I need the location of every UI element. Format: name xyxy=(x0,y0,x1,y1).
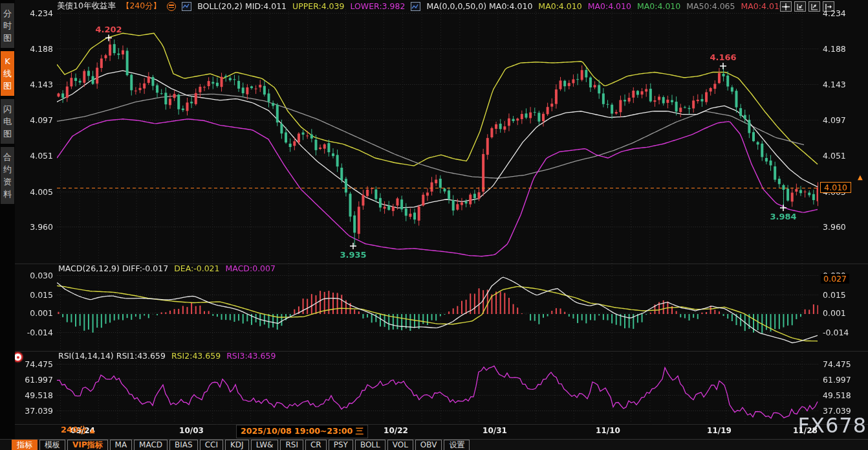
y-axis-label: 49.518 xyxy=(16,390,53,400)
y-axis-label: 4.051 xyxy=(16,151,53,161)
trading-chart-app: 分时图K线图闪电图合约资料 美债10年收益率 【240分】 BOLL(20,2)… xyxy=(0,0,868,450)
macd-params: MACD(26,12,9) DIFF:-0.017 xyxy=(58,264,168,273)
y-axis-label: 49.518 xyxy=(823,390,865,400)
y-axis-label: 0.001 xyxy=(823,308,865,318)
boll-values: BOLL(20,2) MID:4.011 xyxy=(197,1,287,11)
sidebar-tab-flash-chart[interactable]: 闪电图 xyxy=(1,99,14,144)
y-axis-label: 3.960 xyxy=(823,222,865,232)
price-annotation: 4.166 xyxy=(710,52,736,62)
toolbar-button-VOL[interactable]: VOL xyxy=(387,440,413,450)
y-axis-label: 74.475 xyxy=(16,359,53,369)
x-axis-label: 10/31 xyxy=(483,426,507,435)
scale-left-tool-icon[interactable] xyxy=(794,1,806,12)
ma-value-green: MA0:4.010 xyxy=(637,1,680,11)
sidebar-tab-kline-chart[interactable]: K线图 xyxy=(1,51,14,96)
rsi1-value: RSI(14,14,14) RSI1:43.659 xyxy=(58,351,166,360)
price-annotation: 3.935 xyxy=(340,250,366,260)
toolbar-button-VIP指标[interactable]: VIP指标 xyxy=(67,440,108,450)
toolbar-button-KDJ[interactable]: KDJ xyxy=(225,440,249,450)
toolbar-button-MA[interactable]: MA xyxy=(110,440,133,450)
chart-canvas[interactable] xyxy=(0,0,868,450)
x-axis-label: 11/19 xyxy=(707,426,732,435)
y-axis-label: 0.015 xyxy=(823,290,865,300)
crosshair-date-label: 2025/10/08 19:00~23:00 三 xyxy=(236,425,368,438)
y-axis-label: 61.997 xyxy=(16,375,53,385)
toolbar-button-CCI[interactable]: CCI xyxy=(200,440,223,450)
titlebar: 美债10年收益率 【240分】 BOLL(20,2) MID:4.011 UPP… xyxy=(57,1,785,11)
sidebar-tab-time-chart[interactable]: 分时图 xyxy=(1,3,14,48)
macd-dea-value: DEA:-0.021 xyxy=(174,264,219,273)
ma-values: MA(0,0,0,50,0) MA0:4.010 xyxy=(426,1,532,11)
ma-value-magenta: MA0:4.010 xyxy=(588,1,631,11)
scale-right-tool-icon[interactable] xyxy=(808,1,820,12)
boll-lower-value: LOWER:3.982 xyxy=(350,1,405,11)
ma50-value: MA50:4.065 xyxy=(686,1,735,11)
toolbar-button-MACD[interactable]: MACD xyxy=(134,440,168,450)
x-axis-label: 11/28 xyxy=(793,426,818,435)
y-axis-label: 4.188 xyxy=(16,44,53,54)
toolbar-button-模板[interactable]: 模板 xyxy=(39,440,65,450)
toolbar-button-指标[interactable]: 指标 xyxy=(12,440,38,450)
period-menu-icon[interactable] xyxy=(167,2,176,11)
crosshair-tool-icon[interactable] xyxy=(780,1,792,12)
y-axis-label: 4.051 xyxy=(823,151,865,161)
y-axis-label: 0.030 xyxy=(16,271,53,280)
y-axis-label: 4.143 xyxy=(823,80,865,89)
boll-upper-value: UPPER:4.039 xyxy=(292,1,344,11)
toolbar-button-设置[interactable]: 设置 xyxy=(444,440,470,450)
price-annotation: 3.984 xyxy=(770,212,796,221)
y-axis-label: 4.097 xyxy=(16,115,53,125)
period-label[interactable]: 【240分】 xyxy=(122,1,161,12)
last-price-badge: 4.010 xyxy=(820,182,851,193)
y-axis-label: 37.039 xyxy=(16,406,53,416)
y-axis-label: -0.014 xyxy=(823,328,865,337)
y-axis-label: 37.039 xyxy=(823,406,865,416)
x-axis-label: 10/03 xyxy=(179,426,204,435)
macd-panel-header: MACD(26,12,9) DIFF:-0.017 DEA:-0.021 MAC… xyxy=(58,264,276,273)
y-axis-label: 74.475 xyxy=(823,359,865,369)
y-axis-label: 4.188 xyxy=(823,44,865,54)
symbol-title: 美债10年收益率 xyxy=(57,1,116,12)
y-axis-label: 4.143 xyxy=(16,80,53,89)
x-axis-label: 10/22 xyxy=(384,426,408,435)
toolbar-button-CR[interactable]: CR xyxy=(305,440,327,450)
toolbar-button-BIAS[interactable]: BIAS xyxy=(169,440,198,450)
y-axis-label: 0.001 xyxy=(16,308,53,318)
toolbar-button-PSY[interactable]: PSY xyxy=(329,440,353,450)
x-axis-label: 11/10 xyxy=(596,426,620,435)
sidebar: 分时图K线图闪电图合约资料 xyxy=(0,0,15,450)
price-annotation: 4.202 xyxy=(95,25,122,34)
toolbar-button-LW&[interactable]: LW& xyxy=(251,440,279,450)
y-axis-label: 4.097 xyxy=(823,115,865,125)
y-axis-label: 0.015 xyxy=(16,290,53,300)
rsi-panel-header: RSI(14,14,14) RSI1:43.659 RSI2:43.659 RS… xyxy=(58,351,276,360)
period-selector[interactable]: 240分 ▲ xyxy=(61,424,94,436)
y-axis-label: 3.960 xyxy=(16,222,53,232)
boll-indicator-icon[interactable] xyxy=(182,2,191,11)
rsi2-value: RSI2:43.659 xyxy=(171,351,221,360)
y-axis-label: 4.234 xyxy=(823,8,865,18)
toolbar-button-RSI[interactable]: RSI xyxy=(280,440,303,450)
ma-value-yellow: MA0:4.010 xyxy=(538,1,581,11)
toolbar-button-BOLL[interactable]: BOLL xyxy=(355,440,385,450)
macd-axis-badge: 0.027 xyxy=(821,274,849,284)
period-selector-label: 240分 xyxy=(61,425,87,434)
rsi3-value: RSI3:43.659 xyxy=(226,351,276,360)
price-up-arrow-icon: ▲ xyxy=(858,174,863,181)
indicator-toolbar: 指标模板VIP指标MAMACDBIASCCIKDJLW&RSICRPSYBOLL… xyxy=(0,439,868,450)
toolbar-button-OBV[interactable]: OBV xyxy=(415,440,442,450)
ma-indicator-icon[interactable] xyxy=(411,2,420,11)
y-axis-label: 61.997 xyxy=(823,375,865,385)
y-axis-label: 4.234 xyxy=(16,8,53,18)
y-axis-label: -0.014 xyxy=(16,328,53,337)
ma-value-red: MA0:4.010 xyxy=(741,1,785,11)
y-axis-label: 4.005 xyxy=(16,187,53,197)
sidebar-tab-contract-info[interactable]: 合约资料 xyxy=(1,147,14,204)
macd-hist-value: MACD:0.007 xyxy=(226,264,276,273)
period-selector-arrow-icon: ▲ xyxy=(90,427,95,434)
